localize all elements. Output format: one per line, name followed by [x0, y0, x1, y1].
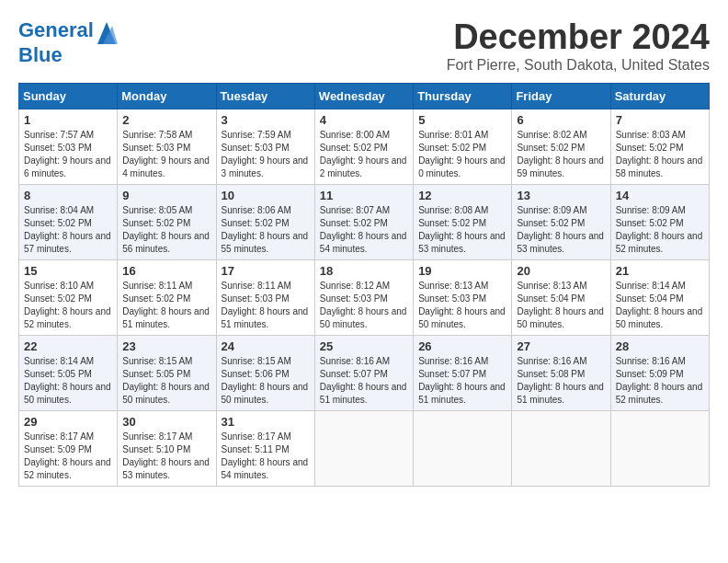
day-info: Sunrise: 8:13 AM Sunset: 5:03 PM Dayligh…	[418, 280, 506, 331]
table-row: 19 Sunrise: 8:13 AM Sunset: 5:03 PM Dayl…	[414, 259, 512, 335]
day-number: 4	[320, 113, 408, 127]
day-info: Sunrise: 8:14 AM Sunset: 5:04 PM Dayligh…	[616, 280, 704, 331]
table-row: 30 Sunrise: 8:17 AM Sunset: 5:10 PM Dayl…	[118, 410, 216, 486]
table-row	[314, 410, 413, 486]
table-row: 2 Sunrise: 7:58 AM Sunset: 5:03 PM Dayli…	[118, 109, 216, 184]
table-row: 12 Sunrise: 8:08 AM Sunset: 5:02 PM Dayl…	[414, 184, 512, 259]
day-number: 23	[122, 339, 210, 353]
table-row: 20 Sunrise: 8:13 AM Sunset: 5:04 PM Dayl…	[512, 259, 610, 335]
day-info: Sunrise: 8:09 AM Sunset: 5:02 PM Dayligh…	[616, 204, 704, 256]
table-row	[512, 410, 610, 486]
day-number: 31	[222, 415, 310, 429]
table-row: 7 Sunrise: 8:03 AM Sunset: 5:02 PM Dayli…	[610, 109, 709, 184]
header-wednesday: Wednesday	[314, 83, 413, 109]
day-info: Sunrise: 8:17 AM Sunset: 5:11 PM Dayligh…	[222, 431, 310, 482]
table-row: 31 Sunrise: 8:17 AM Sunset: 5:11 PM Dayl…	[216, 410, 314, 486]
day-number: 3	[222, 113, 310, 127]
day-number: 29	[24, 415, 112, 429]
calendar-week-row: 15 Sunrise: 8:10 AM Sunset: 5:02 PM Dayl…	[19, 259, 710, 335]
day-number: 25	[320, 339, 408, 353]
day-number: 8	[24, 189, 112, 202]
table-row: 8 Sunrise: 8:04 AM Sunset: 5:02 PM Dayli…	[19, 184, 118, 259]
day-number: 12	[418, 189, 506, 202]
table-row: 25 Sunrise: 8:16 AM Sunset: 5:07 PM Dayl…	[314, 335, 413, 410]
day-number: 10	[222, 189, 310, 202]
day-number: 2	[122, 113, 210, 127]
calendar-header-row: Sunday Monday Tuesday Wednesday Thursday…	[19, 83, 710, 109]
day-info: Sunrise: 8:14 AM Sunset: 5:05 PM Dayligh…	[24, 355, 112, 407]
table-row: 29 Sunrise: 8:17 AM Sunset: 5:09 PM Dayl…	[19, 410, 118, 486]
table-row: 3 Sunrise: 7:59 AM Sunset: 5:03 PM Dayli…	[216, 109, 314, 184]
day-number: 30	[122, 415, 210, 429]
day-info: Sunrise: 8:07 AM Sunset: 5:02 PM Dayligh…	[320, 204, 408, 256]
day-info: Sunrise: 8:00 AM Sunset: 5:02 PM Dayligh…	[320, 129, 408, 180]
header-sunday: Sunday	[19, 83, 118, 109]
table-row: 1 Sunrise: 7:57 AM Sunset: 5:03 PM Dayli…	[19, 109, 118, 184]
day-info: Sunrise: 8:16 AM Sunset: 5:09 PM Dayligh…	[616, 355, 704, 407]
day-number: 22	[24, 339, 112, 353]
day-number: 15	[24, 264, 112, 278]
day-info: Sunrise: 8:09 AM Sunset: 5:02 PM Dayligh…	[517, 204, 605, 256]
table-row: 24 Sunrise: 8:15 AM Sunset: 5:06 PM Dayl…	[216, 335, 314, 410]
day-info: Sunrise: 8:10 AM Sunset: 5:02 PM Dayligh…	[24, 280, 112, 331]
day-info: Sunrise: 8:01 AM Sunset: 5:02 PM Dayligh…	[418, 129, 506, 180]
day-info: Sunrise: 7:58 AM Sunset: 5:03 PM Dayligh…	[122, 129, 210, 180]
calendar-table: Sunday Monday Tuesday Wednesday Thursday…	[18, 83, 710, 487]
day-number: 16	[122, 264, 210, 278]
day-number: 18	[320, 264, 408, 278]
day-number: 17	[222, 264, 310, 278]
table-row: 23 Sunrise: 8:15 AM Sunset: 5:05 PM Dayl…	[118, 335, 216, 410]
table-row	[610, 410, 709, 486]
header-monday: Monday	[118, 83, 216, 109]
day-number: 7	[616, 113, 704, 127]
page-header: General Blue December 2024 Fort Pierre, …	[18, 18, 710, 74]
day-info: Sunrise: 8:16 AM Sunset: 5:08 PM Dayligh…	[517, 355, 605, 407]
table-row	[414, 410, 512, 486]
table-row: 9 Sunrise: 8:05 AM Sunset: 5:02 PM Dayli…	[118, 184, 216, 259]
day-info: Sunrise: 7:57 AM Sunset: 5:03 PM Dayligh…	[24, 129, 112, 180]
day-info: Sunrise: 8:15 AM Sunset: 5:05 PM Dayligh…	[122, 355, 210, 407]
day-info: Sunrise: 8:16 AM Sunset: 5:07 PM Dayligh…	[320, 355, 408, 407]
table-row: 14 Sunrise: 8:09 AM Sunset: 5:02 PM Dayl…	[610, 184, 709, 259]
table-row: 10 Sunrise: 8:06 AM Sunset: 5:02 PM Dayl…	[216, 184, 314, 259]
location-title: Fort Pierre, South Dakota, United States	[447, 57, 710, 74]
header-saturday: Saturday	[610, 83, 709, 109]
day-info: Sunrise: 8:02 AM Sunset: 5:02 PM Dayligh…	[517, 129, 605, 180]
day-info: Sunrise: 8:15 AM Sunset: 5:06 PM Dayligh…	[222, 355, 310, 407]
day-info: Sunrise: 8:17 AM Sunset: 5:10 PM Dayligh…	[122, 431, 210, 482]
header-thursday: Thursday	[414, 83, 512, 109]
table-row: 15 Sunrise: 8:10 AM Sunset: 5:02 PM Dayl…	[19, 259, 118, 335]
calendar-week-row: 29 Sunrise: 8:17 AM Sunset: 5:09 PM Dayl…	[19, 410, 710, 486]
day-info: Sunrise: 8:17 AM Sunset: 5:09 PM Dayligh…	[24, 431, 112, 482]
day-number: 28	[616, 339, 704, 353]
header-tuesday: Tuesday	[216, 83, 314, 109]
table-row: 6 Sunrise: 8:02 AM Sunset: 5:02 PM Dayli…	[512, 109, 610, 184]
day-number: 24	[222, 339, 310, 353]
day-info: Sunrise: 8:05 AM Sunset: 5:02 PM Dayligh…	[122, 204, 210, 256]
day-info: Sunrise: 8:12 AM Sunset: 5:03 PM Dayligh…	[320, 280, 408, 331]
table-row: 27 Sunrise: 8:16 AM Sunset: 5:08 PM Dayl…	[512, 335, 610, 410]
day-info: Sunrise: 7:59 AM Sunset: 5:03 PM Dayligh…	[222, 129, 310, 180]
month-title: December 2024	[447, 18, 710, 57]
day-number: 11	[320, 189, 408, 202]
calendar-week-row: 1 Sunrise: 7:57 AM Sunset: 5:03 PM Dayli…	[19, 109, 710, 184]
day-info: Sunrise: 8:13 AM Sunset: 5:04 PM Dayligh…	[517, 280, 605, 331]
table-row: 11 Sunrise: 8:07 AM Sunset: 5:02 PM Dayl…	[314, 184, 413, 259]
day-number: 13	[517, 189, 605, 202]
day-info: Sunrise: 8:08 AM Sunset: 5:02 PM Dayligh…	[418, 204, 506, 256]
logo-subtext: Blue	[18, 44, 118, 66]
logo: General Blue	[18, 18, 118, 66]
calendar-week-row: 22 Sunrise: 8:14 AM Sunset: 5:05 PM Dayl…	[19, 335, 710, 410]
table-row: 5 Sunrise: 8:01 AM Sunset: 5:02 PM Dayli…	[414, 109, 512, 184]
header-friday: Friday	[512, 83, 610, 109]
table-row: 13 Sunrise: 8:09 AM Sunset: 5:02 PM Dayl…	[512, 184, 610, 259]
day-number: 9	[122, 189, 210, 202]
table-row: 28 Sunrise: 8:16 AM Sunset: 5:09 PM Dayl…	[610, 335, 709, 410]
day-info: Sunrise: 8:11 AM Sunset: 5:02 PM Dayligh…	[122, 280, 210, 331]
day-info: Sunrise: 8:06 AM Sunset: 5:02 PM Dayligh…	[222, 204, 310, 256]
table-row: 26 Sunrise: 8:16 AM Sunset: 5:07 PM Dayl…	[414, 335, 512, 410]
day-number: 1	[24, 113, 112, 127]
day-number: 26	[418, 339, 506, 353]
day-number: 21	[616, 264, 704, 278]
day-number: 20	[517, 264, 605, 278]
